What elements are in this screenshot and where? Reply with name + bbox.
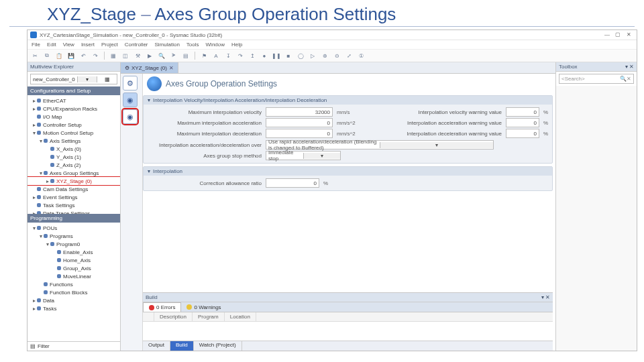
- zoom-fit-icon[interactable]: ⤢: [344, 51, 354, 60]
- toolbox-search[interactable]: <Search> 🔍 ✕: [559, 74, 634, 84]
- tree-item[interactable]: ▾Program0: [28, 240, 120, 248]
- grid-icon[interactable]: ▦: [109, 51, 118, 60]
- tree-item[interactable]: Functions: [28, 280, 120, 288]
- tree-item[interactable]: ▸Data Trace Settings: [28, 209, 120, 214]
- warn-input[interactable]: 0: [506, 118, 539, 127]
- warn-input[interactable]: 0: [506, 107, 539, 117]
- errors-tab[interactable]: 0 Errors: [143, 302, 181, 312]
- tree-item[interactable]: X_Axis (0): [28, 145, 120, 153]
- tree-item[interactable]: ▸CPU/Expansion Racks: [28, 105, 120, 113]
- tree-item[interactable]: ▾POUs: [28, 224, 120, 232]
- unit: mm/s^2: [337, 120, 377, 126]
- filter-bar[interactable]: ▤ Filter: [28, 341, 120, 351]
- maximize-button[interactable]: ▢: [612, 32, 623, 38]
- section-programming[interactable]: Programming: [28, 214, 120, 223]
- tree-item[interactable]: Function Blocks: [28, 288, 120, 296]
- close-tab-icon[interactable]: ✕: [169, 65, 174, 71]
- row-label: Maximum interpolation acceleration: [148, 120, 262, 126]
- panel-pin-icon[interactable]: ▾ ✕: [625, 64, 634, 70]
- menu-help[interactable]: Help: [231, 42, 242, 48]
- save-icon[interactable]: 💾: [66, 51, 76, 60]
- a-icon[interactable]: A: [211, 51, 221, 60]
- corr-ratio-input[interactable]: 0: [266, 178, 319, 188]
- accel-over-dropdown[interactable]: Use rapid acceleration/deceleration (Ble…: [266, 140, 494, 149]
- zoom-in-icon[interactable]: ⊕: [320, 51, 329, 60]
- step-over-icon[interactable]: ↷: [235, 51, 245, 60]
- gear-icon: ⚙: [125, 65, 129, 71]
- nav-general-icon[interactable]: ⚙: [123, 76, 138, 90]
- tree-item[interactable]: ▾Axes Group Settings: [28, 169, 120, 177]
- tree-item[interactable]: ▸Controller Setup: [28, 121, 120, 129]
- compile-icon[interactable]: ⚒: [133, 51, 142, 60]
- tree-item[interactable]: ▾Motion Control Setup: [28, 129, 120, 137]
- tree-item[interactable]: ▾Axis Settings: [28, 137, 120, 145]
- close-button[interactable]: ✕: [623, 32, 634, 38]
- section-header-interp[interactable]: ▾ Interpolation Velocity/Interpolation A…: [144, 96, 552, 105]
- zoom-100-icon[interactable]: ①: [356, 51, 366, 60]
- redo-icon[interactable]: ↷: [91, 51, 100, 60]
- tree-item[interactable]: Cam Data Settings: [28, 185, 120, 193]
- build-tab[interactable]: Build: [170, 341, 194, 351]
- tree-item[interactable]: ▸Tasks: [28, 304, 120, 312]
- tree-item[interactable]: MoveLinear: [28, 272, 120, 280]
- stop-icon[interactable]: ■: [284, 51, 293, 60]
- tree-item[interactable]: Y_Axis (1): [28, 153, 120, 161]
- clear-icon[interactable]: ✕: [627, 76, 631, 82]
- tree-item[interactable]: Task Settings: [28, 201, 120, 209]
- chart-icon[interactable]: ◫: [121, 51, 130, 60]
- section-header-interp2[interactable]: ▾ Interpolation: [144, 167, 552, 176]
- output-tab[interactable]: Output: [143, 341, 170, 351]
- menu-view[interactable]: View: [63, 42, 74, 48]
- warn-input[interactable]: 0: [506, 129, 539, 138]
- tree-item[interactable]: ▸Event Settings: [28, 193, 120, 201]
- section-config[interactable]: Configurations and Setup: [28, 86, 120, 95]
- tree-item[interactable]: ▸Data: [28, 296, 120, 304]
- panel-pin-icon[interactable]: ▾ ✕: [541, 294, 550, 300]
- menu-file[interactable]: File: [32, 42, 40, 48]
- controller-combo[interactable]: new_Controller_0▾ ▦: [30, 74, 117, 84]
- menu-controller[interactable]: Controller: [125, 42, 148, 48]
- record-icon[interactable]: ●: [260, 51, 269, 60]
- circle-icon[interactable]: ◯: [296, 51, 305, 60]
- menu-edit[interactable]: Edit: [47, 42, 56, 48]
- minimize-button[interactable]: —: [602, 32, 612, 38]
- value-input[interactable]: 32000: [266, 107, 333, 117]
- tree-item[interactable]: ▸EtherCAT: [28, 97, 120, 105]
- run-icon[interactable]: ▶: [145, 51, 154, 60]
- menu-tools[interactable]: Tools: [186, 42, 199, 48]
- tree-item[interactable]: Enable_Axis: [28, 248, 120, 256]
- nav-highlighted-icon[interactable]: ◉: [123, 109, 138, 124]
- app-window: XYZ_CartesianStage_Simulation - new_Cont…: [27, 29, 637, 351]
- copy-icon[interactable]: ⧉: [42, 51, 52, 60]
- menu-window[interactable]: Window: [206, 42, 225, 48]
- menu-insert[interactable]: Insert: [81, 42, 95, 48]
- menu-project[interactable]: Project: [101, 42, 118, 48]
- tree-item[interactable]: Group_Axis: [28, 264, 120, 272]
- watch-tab[interactable]: Watch (Project): [194, 341, 242, 351]
- tree-item[interactable]: I/O Map: [28, 113, 120, 121]
- tree-item[interactable]: ▸XYZ_Stage (0): [28, 177, 120, 185]
- axes-icon[interactable]: ᗘ: [169, 51, 178, 60]
- menu-simulation[interactable]: Simulation: [155, 42, 180, 48]
- paste-icon[interactable]: 📋: [54, 51, 64, 60]
- warnings-tab[interactable]: 0 Warnings: [181, 302, 226, 312]
- tree-item[interactable]: Z_Axis (2): [28, 161, 120, 169]
- flag-icon[interactable]: ⚑: [199, 51, 209, 60]
- zoom-out-icon[interactable]: ⊖: [332, 51, 341, 60]
- nav-operation-icon[interactable]: ◉: [123, 93, 138, 107]
- value-input[interactable]: 0: [266, 118, 333, 127]
- value-input[interactable]: 0: [266, 129, 333, 138]
- doc-icon[interactable]: ▤: [181, 51, 191, 60]
- tree-item[interactable]: ▾Programs: [28, 232, 120, 240]
- tree-item[interactable]: Home_Axis: [28, 256, 120, 264]
- step-out-icon[interactable]: ↥: [248, 51, 257, 60]
- scissors-icon[interactable]: ✂: [30, 51, 40, 60]
- stop-method-dropdown[interactable]: Immediate stop▾: [266, 151, 341, 160]
- controller-menu-icon[interactable]: ▦: [97, 76, 117, 82]
- play-icon[interactable]: ▷: [308, 51, 317, 60]
- tab-xyz-stage[interactable]: ⚙ XYZ_Stage (0) ✕: [121, 62, 178, 73]
- step-in-icon[interactable]: ↧: [223, 51, 233, 60]
- pause-icon[interactable]: ❚❚: [272, 51, 281, 60]
- undo-icon[interactable]: ↶: [78, 51, 88, 60]
- search-icon[interactable]: 🔍: [157, 51, 166, 60]
